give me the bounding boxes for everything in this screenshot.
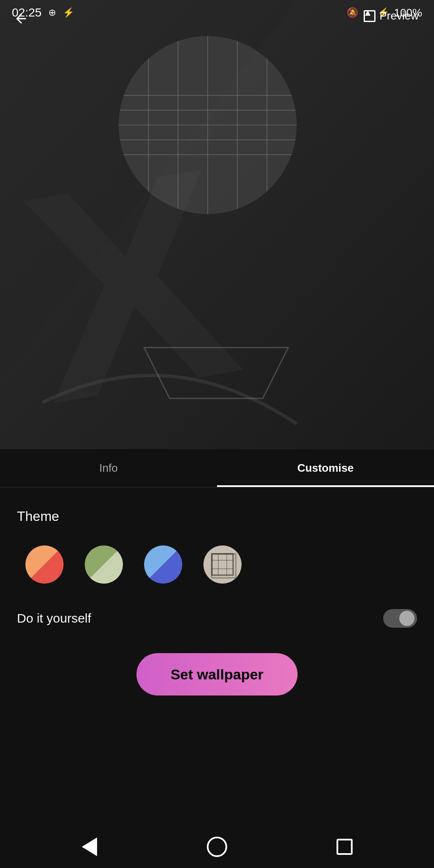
theme-circles	[17, 545, 417, 584]
at-icon: ⊕	[48, 7, 56, 18]
diy-row: Do it yourself	[17, 609, 417, 628]
back-button[interactable]	[8, 6, 34, 31]
svg-point-5	[119, 36, 297, 214]
theme-blue[interactable]	[144, 545, 182, 584]
tab-indicator	[217, 485, 434, 487]
theme-section-title: Theme	[17, 509, 417, 524]
theme-grid[interactable]	[203, 545, 242, 584]
preview-button[interactable]: Preview	[357, 6, 426, 26]
preview-icon	[364, 10, 376, 22]
svg-rect-0	[0, 0, 434, 458]
svg-rect-16	[212, 554, 233, 575]
wallpaper-preview: X	[0, 0, 434, 458]
nav-recents-button[interactable]	[332, 834, 357, 860]
nav-back-icon	[82, 837, 97, 856]
set-wallpaper-button[interactable]: Set wallpaper	[136, 653, 298, 696]
svg-marker-3	[144, 348, 288, 398]
tab-customise[interactable]: Customise	[217, 449, 434, 487]
customise-content: Theme Do it yourself	[0, 487, 434, 729]
svg-point-4	[119, 36, 297, 214]
nav-back-button[interactable]	[77, 834, 102, 860]
bottom-panel: Info Customise Theme	[0, 449, 434, 868]
preview-label: Preview	[380, 9, 419, 22]
toggle-knob	[399, 611, 415, 626]
diy-toggle[interactable]	[383, 609, 417, 628]
nav-home-button[interactable]	[204, 834, 230, 860]
nav-recents-icon	[337, 839, 353, 855]
svg-text:X: X	[4, 104, 258, 458]
svg-marker-1	[0, 0, 297, 381]
nav-bar	[0, 826, 434, 868]
nav-home-icon	[207, 837, 227, 857]
tab-info[interactable]: Info	[0, 449, 217, 487]
tab-bar: Info Customise	[0, 449, 434, 487]
theme-warm[interactable]	[25, 545, 64, 584]
lightning-icon: ⚡	[63, 7, 74, 18]
theme-green[interactable]	[85, 545, 123, 584]
diy-label: Do it yourself	[17, 611, 91, 626]
